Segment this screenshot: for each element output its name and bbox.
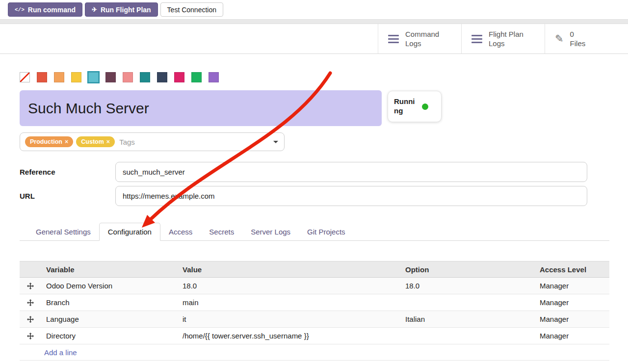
reference-input[interactable]: such_much_server xyxy=(115,162,587,182)
add-a-line-link[interactable]: Add a line xyxy=(44,348,77,357)
url-label: URL xyxy=(20,192,115,200)
column-header-access-level[interactable]: Access Level xyxy=(535,265,609,274)
tag-label: Custom xyxy=(81,138,104,145)
cell-value: it xyxy=(178,315,400,323)
drag-handle-icon[interactable] xyxy=(20,299,41,306)
cell-option: 18.0 xyxy=(400,282,535,290)
color-swatch[interactable] xyxy=(209,72,219,82)
cell-value: 18.0 xyxy=(178,282,400,290)
files-button[interactable]: ✎ 0 Files xyxy=(545,24,628,53)
table-row[interactable]: Branch main Manager xyxy=(20,294,609,311)
command-logs-button[interactable]: Command Logs xyxy=(378,24,461,53)
code-icon: </> xyxy=(15,7,25,13)
test-connection-button[interactable]: Test Connection xyxy=(160,2,223,17)
page-background-strip xyxy=(0,19,628,24)
cell-access-level: Manager xyxy=(535,298,609,307)
reference-label: Reference xyxy=(20,168,115,176)
flight-plan-logs-label: Flight Plan Logs xyxy=(489,29,531,49)
hamburger-icon xyxy=(388,35,399,43)
color-swatch[interactable] xyxy=(140,72,150,82)
cell-value: main xyxy=(178,298,400,307)
run-flight-plan-label: Run Flight Plan xyxy=(101,6,151,14)
table-row[interactable]: Language it Italian Manager xyxy=(20,311,609,328)
cell-option: Italian xyxy=(400,315,535,323)
cell-variable: Language xyxy=(41,315,178,323)
flight-plan-logs-button[interactable]: Flight Plan Logs xyxy=(461,24,545,53)
cell-access-level: Manager xyxy=(535,315,609,323)
variables-table: Variable Value Option Access Level Odoo … xyxy=(20,261,609,361)
cell-access-level: Manager xyxy=(535,282,609,290)
drag-handle-icon[interactable] xyxy=(20,333,41,339)
test-connection-label: Test Connection xyxy=(167,6,216,14)
url-input[interactable]: https://memes.example.com xyxy=(115,186,587,206)
column-header-value[interactable]: Value xyxy=(178,265,400,274)
color-swatch[interactable] xyxy=(174,72,184,82)
color-swatch-selected[interactable] xyxy=(88,72,99,82)
command-logs-label: Command Logs xyxy=(405,29,447,49)
cell-access-level: Manager xyxy=(535,332,609,340)
color-swatch[interactable] xyxy=(157,72,167,82)
column-header-variable[interactable]: Variable xyxy=(41,265,178,274)
color-palette xyxy=(20,72,609,82)
plane-icon: ✈ xyxy=(92,6,97,13)
color-swatch[interactable] xyxy=(191,72,202,82)
form-sheet: Such Much Server Running Production × Cu… xyxy=(0,72,628,361)
tab-general-settings[interactable]: General Settings xyxy=(27,223,99,240)
table-row[interactable]: Directory /home/{{ tower.server.ssh_user… xyxy=(20,328,609,344)
action-toolbar: </> Run command ✈ Run Flight Plan Test C… xyxy=(0,0,628,19)
status-button-running[interactable]: Running xyxy=(388,91,442,122)
cell-value: /home/{{ tower.server.ssh_username }} xyxy=(178,332,400,340)
table-row[interactable]: Odoo Demo Version 18.0 18.0 Manager xyxy=(20,278,609,294)
tab-configuration[interactable]: Configuration xyxy=(99,223,160,241)
drag-handle-icon[interactable] xyxy=(20,316,41,323)
run-command-button[interactable]: </> Run command xyxy=(8,2,82,17)
table-header-row: Variable Value Option Access Level xyxy=(20,261,609,278)
tags-placeholder: Tags xyxy=(119,138,135,146)
color-swatch[interactable] xyxy=(54,72,64,82)
color-swatch[interactable] xyxy=(105,72,116,82)
files-count: 0 xyxy=(570,29,586,39)
edit-icon: ✎ xyxy=(555,33,564,45)
tag-production: Production × xyxy=(25,136,73,147)
cell-variable: Directory xyxy=(41,332,178,340)
tab-access[interactable]: Access xyxy=(160,223,201,240)
status-label: Running xyxy=(394,97,418,116)
tab-secrets[interactable]: Secrets xyxy=(201,223,242,240)
tag-remove-icon[interactable]: × xyxy=(106,138,110,145)
files-label: Files xyxy=(570,39,586,49)
tag-custom: Custom × xyxy=(76,136,115,147)
server-name-input[interactable]: Such Much Server xyxy=(20,90,382,126)
cell-variable: Branch xyxy=(41,298,178,307)
tag-remove-icon[interactable]: × xyxy=(65,138,68,145)
status-dot xyxy=(422,104,428,110)
tag-label: Production xyxy=(30,138,62,145)
column-header-option[interactable]: Option xyxy=(400,265,535,274)
run-flight-plan-button[interactable]: ✈ Run Flight Plan xyxy=(85,2,158,17)
add-line-row: Add a line xyxy=(20,344,609,361)
tags-input[interactable]: Production × Custom × Tags xyxy=(20,132,285,151)
form-header: Command Logs Flight Plan Logs ✎ 0 Files xyxy=(0,24,628,54)
color-swatch[interactable] xyxy=(37,72,47,82)
color-swatch[interactable] xyxy=(123,72,133,82)
cell-variable: Odoo Demo Version xyxy=(41,282,178,290)
tab-git-projects[interactable]: Git Projects xyxy=(299,223,354,240)
run-command-label: Run command xyxy=(28,6,76,14)
drag-handle-icon[interactable] xyxy=(20,283,41,289)
tab-server-logs[interactable]: Server Logs xyxy=(242,223,299,240)
hamburger-icon xyxy=(471,35,482,43)
color-swatch[interactable] xyxy=(71,72,81,82)
color-swatch-none[interactable] xyxy=(20,72,30,82)
dropdown-caret-icon[interactable] xyxy=(273,141,278,143)
notebook-tabs: General Settings Configuration Access Se… xyxy=(20,223,609,241)
